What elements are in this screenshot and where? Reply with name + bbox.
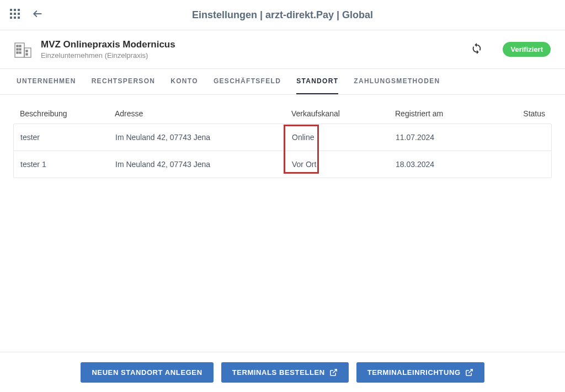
verified-badge: Verifiziert bbox=[503, 42, 551, 57]
building-icon bbox=[14, 41, 32, 58]
svg-rect-3 bbox=[10, 13, 12, 15]
cell-chan: Online bbox=[292, 133, 396, 142]
org-name: MVZ Onlinepraxis Modernicus bbox=[41, 39, 462, 50]
svg-rect-15 bbox=[19, 49, 21, 50]
svg-rect-8 bbox=[18, 17, 20, 19]
svg-rect-1 bbox=[14, 9, 16, 11]
col-header-addr: Adresse bbox=[115, 109, 291, 118]
svg-rect-13 bbox=[19, 45, 21, 47]
cell-reg: 18.03.2024 bbox=[396, 160, 511, 169]
external-link-icon bbox=[329, 368, 338, 377]
cell-status bbox=[511, 133, 545, 142]
svg-rect-12 bbox=[17, 45, 18, 47]
apps-grid-icon[interactable] bbox=[10, 9, 20, 21]
table-header: Beschreibung Adresse Verkaufskanal Regis… bbox=[13, 109, 552, 123]
tab-standort[interactable]: STANDORT bbox=[296, 69, 338, 94]
org-text: MVZ Onlinepraxis Modernicus Einzeluntern… bbox=[41, 39, 462, 60]
svg-line-21 bbox=[468, 369, 472, 373]
page-title: Einstellungen | arzt-direkt.Pay | Global bbox=[192, 9, 373, 21]
topbar-left bbox=[10, 8, 43, 22]
table-row[interactable]: tester 1 Im Neuland 42, 07743 Jena Vor O… bbox=[14, 151, 551, 178]
tab-zahlungsmethoden[interactable]: ZAHLUNGSMETHODEN bbox=[354, 69, 440, 94]
col-header-chan: Verkaufskanal bbox=[291, 109, 395, 118]
table-row[interactable]: tester Im Neuland 42, 07743 Jena Online … bbox=[14, 124, 551, 151]
cell-reg: 11.07.2024 bbox=[396, 133, 511, 142]
svg-line-20 bbox=[333, 369, 337, 373]
cell-desc: tester bbox=[20, 133, 115, 142]
col-header-desc: Beschreibung bbox=[20, 109, 115, 118]
cell-chan: Vor Ort bbox=[292, 160, 396, 169]
back-arrow-icon[interactable] bbox=[32, 8, 43, 22]
col-header-status: Status bbox=[512, 109, 545, 118]
svg-rect-5 bbox=[18, 13, 20, 15]
terminal-setup-button[interactable]: TERMINALEINRICHTUNG bbox=[356, 362, 484, 383]
button-label: TERMINALS BESTELLEN bbox=[232, 368, 325, 377]
tab-rechtsperson[interactable]: RECHTSPERSON bbox=[92, 69, 156, 94]
svg-rect-17 bbox=[19, 52, 21, 53]
svg-rect-7 bbox=[14, 17, 16, 19]
svg-rect-16 bbox=[17, 52, 18, 53]
tabs: UNTERNEHMEN RECHTSPERSON KONTO GESCHÄFTS… bbox=[0, 69, 565, 95]
cell-desc: tester 1 bbox=[20, 160, 115, 169]
tab-konto[interactable]: KONTO bbox=[170, 69, 198, 94]
cell-addr: Im Neuland 42, 07743 Jena bbox=[115, 160, 292, 169]
order-terminals-button[interactable]: TERMINALS BESTELLEN bbox=[221, 362, 349, 383]
button-label: TERMINALEINRICHTUNG bbox=[367, 368, 461, 377]
svg-rect-19 bbox=[26, 53, 28, 55]
svg-rect-14 bbox=[17, 49, 18, 50]
sync-icon[interactable] bbox=[471, 42, 483, 57]
button-label: NEUEN STANDORT ANLEGEN bbox=[92, 368, 202, 377]
col-header-reg: Registriert am bbox=[395, 109, 512, 118]
svg-rect-11 bbox=[24, 48, 31, 57]
svg-rect-6 bbox=[10, 17, 12, 19]
cell-addr: Im Neuland 42, 07743 Jena bbox=[115, 133, 292, 142]
cell-status bbox=[511, 160, 545, 169]
footer: NEUEN STANDORT ANLEGEN TERMINALS BESTELL… bbox=[0, 352, 565, 392]
external-link-icon bbox=[465, 368, 473, 377]
svg-rect-2 bbox=[18, 9, 20, 11]
topbar: Einstellungen | arzt-direkt.Pay | Global bbox=[0, 0, 565, 30]
new-location-button[interactable]: NEUEN STANDORT ANLEGEN bbox=[81, 362, 213, 383]
table-body: tester Im Neuland 42, 07743 Jena Online … bbox=[13, 123, 552, 178]
org-header: MVZ Onlinepraxis Modernicus Einzeluntern… bbox=[0, 30, 565, 69]
svg-rect-4 bbox=[14, 13, 16, 15]
org-subtitle: Einzelunternehmen (Einzelpraxis) bbox=[41, 51, 462, 60]
content: Beschreibung Adresse Verkaufskanal Regis… bbox=[0, 95, 565, 178]
svg-rect-0 bbox=[10, 9, 12, 11]
tab-geschaeftsfeld[interactable]: GESCHÄFTSFELD bbox=[214, 69, 281, 94]
svg-rect-18 bbox=[26, 50, 28, 52]
tab-unternehmen[interactable]: UNTERNEHMEN bbox=[17, 69, 76, 94]
